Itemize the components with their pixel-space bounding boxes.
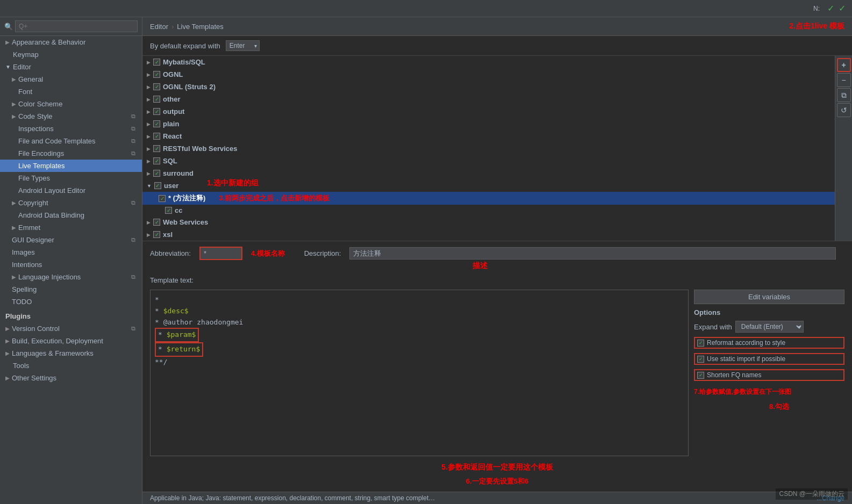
sidebar-search-input[interactable] bbox=[15, 20, 138, 32]
chevron-right-icon: ▶ bbox=[5, 326, 10, 332]
checkbox-output[interactable] bbox=[153, 108, 160, 115]
arrow-right-icon: ▶ bbox=[147, 84, 151, 90]
template-editor[interactable]: * * $desc$ * @author zhaodongmei * $para… bbox=[150, 290, 689, 456]
sidebar-item-inspections[interactable]: Inspections ⧉ bbox=[0, 123, 142, 135]
sidebar-item-file-encodings[interactable]: File Encodings ⧉ bbox=[0, 147, 142, 160]
copy-button[interactable]: ⧉ bbox=[837, 88, 851, 102]
remove-button[interactable]: − bbox=[837, 73, 851, 87]
sidebar-item-todo[interactable]: TODO bbox=[0, 296, 142, 308]
sidebar-item-images[interactable]: Images bbox=[0, 246, 142, 258]
sidebar-item-appearance[interactable]: ▶ Appearance & Behavior bbox=[0, 36, 142, 48]
options-title: Options bbox=[694, 308, 844, 316]
tpl-group-surround[interactable]: ▶ surround bbox=[142, 167, 835, 179]
tpl-group-user[interactable]: ▼ user bbox=[142, 179, 835, 192]
tpl-group-react[interactable]: ▶ React bbox=[142, 130, 835, 142]
checkbox-surround[interactable] bbox=[153, 170, 160, 177]
tpl-group-ognl[interactable]: ▶ OGNL bbox=[142, 68, 835, 81]
sidebar-item-label: Android Layout Editor bbox=[18, 186, 85, 195]
code-line-return: * $return$ bbox=[155, 342, 203, 357]
tpl-group-other[interactable]: ▶ other bbox=[142, 93, 835, 105]
breadcrumb-current: Live Templates bbox=[177, 23, 223, 31]
arrow-down-icon: ▼ bbox=[147, 183, 152, 189]
annotation-7: 7.给参数赋值,参数设置在下一张图 bbox=[694, 388, 791, 395]
tpl-item-name: * (方法注释) bbox=[168, 193, 205, 203]
sidebar-item-color-scheme[interactable]: ▶ Color Scheme bbox=[0, 98, 142, 110]
edit-variables-button[interactable]: Edit variables bbox=[694, 290, 844, 304]
annotation-9-row: 8.勾选 bbox=[694, 402, 844, 412]
sidebar-item-languages-frameworks[interactable]: ▶ Languages & Frameworks bbox=[0, 347, 142, 359]
sidebar-item-gui-designer[interactable]: GUI Designer ⧉ bbox=[0, 234, 142, 246]
sidebar-item-general[interactable]: ▶ General bbox=[0, 73, 142, 85]
arrow-right-icon: ▶ bbox=[147, 220, 151, 225]
tpl-group-xsl[interactable]: ▶ xsl bbox=[142, 228, 835, 241]
tpl-group-user-row: ▼ user 1.选中新建的组 bbox=[142, 179, 835, 192]
tpl-group-sql[interactable]: ▶ SQL bbox=[142, 155, 835, 167]
checkbox-method[interactable] bbox=[159, 195, 166, 202]
expand-select[interactable]: Enter Tab Space bbox=[226, 40, 260, 51]
checkbox-other[interactable] bbox=[153, 96, 160, 103]
apply-icon[interactable]: ✓ bbox=[839, 3, 846, 13]
tpl-group-mybatis[interactable]: ▶ Mybatis/SQL bbox=[142, 56, 835, 68]
sidebar-item-copyright[interactable]: ▶ Copyright ⧉ bbox=[0, 197, 142, 209]
checkbox-cc[interactable] bbox=[165, 207, 172, 214]
annotation-3: 3.前两步完成之后，点击新增的模板 bbox=[219, 193, 330, 203]
chevron-right-icon: ▶ bbox=[12, 225, 16, 231]
sidebar-item-version-control[interactable]: ▶ Version Control ⧉ bbox=[0, 322, 142, 335]
tpl-item-cc[interactable]: cc bbox=[142, 205, 835, 216]
checkbox-plain[interactable] bbox=[153, 120, 160, 127]
reset-button[interactable]: ↺ bbox=[837, 103, 851, 117]
sidebar-item-spelling[interactable]: Spelling bbox=[0, 283, 142, 296]
tpl-group-plain[interactable]: ▶ plain bbox=[142, 118, 835, 130]
sidebar-item-file-code-templates[interactable]: File and Code Templates ⧉ bbox=[0, 135, 142, 147]
sidebar-item-code-style[interactable]: ▶ Code Style ⧉ bbox=[0, 110, 142, 123]
sidebar-item-live-templates[interactable]: Live Templates bbox=[0, 160, 142, 172]
checkbox-mybatis[interactable] bbox=[153, 59, 160, 66]
tpl-group-webservices[interactable]: ▶ Web Services bbox=[142, 216, 835, 228]
checkbox-restful[interactable] bbox=[153, 145, 160, 152]
abbreviation-input[interactable] bbox=[199, 247, 242, 260]
checkbox-ognl-struts[interactable] bbox=[153, 83, 160, 90]
checkbox-xsl[interactable] bbox=[153, 231, 160, 238]
checkbox-sql[interactable] bbox=[153, 157, 160, 164]
sidebar-item-file-types[interactable]: File Types bbox=[0, 172, 142, 184]
checkbox-webservices[interactable] bbox=[153, 219, 160, 226]
sidebar-item-emmet[interactable]: ▶ Emmet bbox=[0, 221, 142, 234]
sidebar-item-label: Images bbox=[12, 248, 35, 256]
tpl-group-name: plain bbox=[163, 120, 179, 128]
description-input[interactable] bbox=[349, 247, 836, 260]
checkbox-user[interactable] bbox=[154, 182, 161, 189]
sidebar-item-language-injections[interactable]: ▶ Language Injections ⧉ bbox=[0, 271, 142, 283]
checkbox-static-import[interactable] bbox=[697, 356, 704, 363]
tpl-group-output[interactable]: ▶ output bbox=[142, 105, 835, 118]
checkbox-ognl[interactable] bbox=[153, 71, 160, 78]
annotation-2: 2.点击1live 模板 bbox=[789, 21, 844, 31]
tpl-item-method-comment[interactable]: * (方法注释) 3.前两步完成之后，点击新增的模板 bbox=[142, 192, 835, 205]
sidebar-item-tools[interactable]: Tools bbox=[0, 359, 142, 372]
status-text: Applicable in Java; Java: statement, exp… bbox=[150, 494, 435, 502]
sidebar-item-font[interactable]: Font bbox=[0, 85, 142, 98]
add-button[interactable]: + bbox=[837, 58, 851, 72]
top-bar: N: ✓ ✓ bbox=[0, 0, 852, 17]
checkbox-react[interactable] bbox=[153, 133, 160, 140]
checkbox-reformat[interactable] bbox=[697, 340, 704, 347]
sidebar-item-other-settings[interactable]: ▶ Other Settings bbox=[0, 372, 142, 384]
tpl-group-ognl-struts[interactable]: ▶ OGNL (Struts 2) bbox=[142, 81, 835, 93]
arrow-right-icon: ▶ bbox=[147, 72, 151, 77]
tpl-group-restful[interactable]: ▶ RESTful Web Services bbox=[142, 142, 835, 155]
sidebar-item-label: Emmet bbox=[18, 224, 40, 232]
sidebar-item-android-data-binding[interactable]: Android Data Binding bbox=[0, 209, 142, 221]
checkbox-shorten-fq[interactable] bbox=[697, 372, 704, 379]
copy-icon: ⧉ bbox=[131, 236, 135, 243]
sidebar-item-editor[interactable]: ▼ Editor bbox=[0, 61, 142, 73]
sidebar-item-build-execution[interactable]: ▶ Build, Execution, Deployment bbox=[0, 335, 142, 347]
sidebar-item-intentions[interactable]: Intentions bbox=[0, 258, 142, 271]
expand-with-select[interactable]: Default (Enter) Enter Tab Space bbox=[735, 321, 804, 333]
chevron-right-icon: ▶ bbox=[12, 200, 16, 206]
sidebar-item-plugins-header: Plugins bbox=[0, 308, 142, 322]
checkbox-reformat-row: Reformat according to style bbox=[694, 337, 844, 349]
breadcrumb-parent: Editor bbox=[150, 23, 168, 31]
sidebar-item-keymap[interactable]: Keymap bbox=[0, 48, 142, 61]
template-text-label: Template text: bbox=[150, 276, 844, 284]
confirm-icon[interactable]: ✓ bbox=[827, 3, 834, 13]
sidebar-item-android-layout-editor[interactable]: Android Layout Editor bbox=[0, 184, 142, 197]
